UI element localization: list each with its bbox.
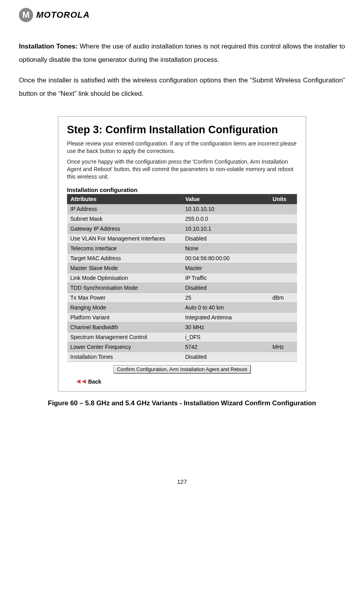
- cell-value: Disabled: [182, 234, 269, 244]
- cell-attr: Gateway IP Address: [67, 224, 182, 234]
- cell-value: None: [182, 244, 269, 253]
- cell-units: [269, 273, 297, 283]
- back-link[interactable]: ◄◄ Back: [67, 375, 297, 386]
- cell-value: Disabled: [182, 283, 269, 293]
- paragraph-installation-tones: Installation Tones: Where the use of aud…: [19, 40, 345, 67]
- header-attributes: Attributes: [67, 194, 182, 204]
- section-heading: Installation configuration: [67, 186, 297, 193]
- table-row: Use VLAN For Management InterfacesDisabl…: [67, 234, 297, 244]
- step-title: Step 3: Confirm Installation Configurati…: [67, 124, 297, 136]
- cell-units: dBm: [269, 293, 297, 303]
- cell-attr: Ranging Mode: [67, 303, 182, 313]
- cell-attr: Installation Tones: [67, 352, 182, 362]
- cell-value: Master: [182, 263, 269, 273]
- cell-units: MHz: [269, 342, 297, 352]
- table-row: Ranging ModeAuto 0 to 40 km: [67, 303, 297, 313]
- cell-units: [269, 283, 297, 293]
- table-header-row: Attributes Value Units: [67, 194, 297, 204]
- cell-value: 30 MHz: [182, 322, 269, 332]
- brand-name: MOTOROLA: [36, 10, 90, 20]
- cell-value: 10.10.10.1: [182, 224, 269, 234]
- cell-units: [269, 214, 297, 224]
- cell-units: [269, 313, 297, 322]
- intro-text-2: Once you're happy with the configuration…: [67, 158, 297, 181]
- cell-units: [269, 204, 297, 214]
- cell-attr: TDD Synchronisation Mode: [67, 283, 182, 293]
- cell-value: IP Traffic: [182, 273, 269, 283]
- cell-units: [269, 332, 297, 342]
- cell-value: 00:04:56:80:00:00: [182, 253, 269, 263]
- cell-units: [269, 224, 297, 234]
- confirm-button[interactable]: Confirm Configuration, Arm Installation …: [113, 365, 251, 373]
- cell-value: 5742: [182, 342, 269, 352]
- cell-attr: Master Slave Mode: [67, 263, 182, 273]
- figure-caption: Figure 60 – 5.8 GHz and 5.4 GHz Variants…: [19, 399, 345, 407]
- cell-value: 10.10.10.10: [182, 204, 269, 214]
- cell-value: i_DFS: [182, 332, 269, 342]
- cell-value: 255.0.0.0: [182, 214, 269, 224]
- cell-units: [269, 263, 297, 273]
- label-installation-tones: Installation Tones:: [19, 43, 78, 50]
- cell-units: [269, 352, 297, 362]
- button-row: Confirm Configuration, Arm Installation …: [67, 362, 297, 375]
- logo-mark: M: [22, 10, 30, 20]
- table-row: Lower Center Frequency5742MHz: [67, 342, 297, 352]
- brand-logo: M MOTOROLA: [19, 8, 345, 22]
- table-row: Gateway IP Address10.10.10.1: [67, 224, 297, 234]
- table-row: Target MAC Address00:04:56:80:00:00: [67, 253, 297, 263]
- header-units: Units: [269, 194, 297, 204]
- cell-units: [269, 244, 297, 253]
- paragraph-submit: Once the installer is satisfied with the…: [19, 74, 345, 101]
- table-row: Tx Max Power25dBm: [67, 293, 297, 303]
- cell-attr: Lower Center Frequency: [67, 342, 182, 352]
- table-row: Installation TonesDisabled: [67, 352, 297, 362]
- screenshot-frame: Step 3: Confirm Installation Configurati…: [58, 116, 306, 391]
- back-arrow-icon: ◄◄: [75, 377, 86, 386]
- config-table: Attributes Value Units IP Address10.10.1…: [67, 194, 297, 362]
- cell-value: Disabled: [182, 352, 269, 362]
- table-row: Platform VariantIntegrated Antenna: [67, 313, 297, 322]
- table-row: Spectrum Management Controli_DFS: [67, 332, 297, 342]
- table-row: IP Address10.10.10.10: [67, 204, 297, 214]
- table-row: Link Mode OptimisationIP Traffic: [67, 273, 297, 283]
- cell-value: Integrated Antenna: [182, 313, 269, 322]
- table-row: Channel Bandwidth30 MHz: [67, 322, 297, 332]
- intro-text-1: Please review your entered configuration…: [67, 140, 297, 155]
- cell-attr: Telecoms Interface: [67, 244, 182, 253]
- page-number: 127: [19, 478, 345, 485]
- table-row: Telecoms InterfaceNone: [67, 244, 297, 253]
- cell-attr: Link Mode Optimisation: [67, 273, 182, 283]
- cell-attr: Target MAC Address: [67, 253, 182, 263]
- cell-attr: Subnet Mask: [67, 214, 182, 224]
- cell-value: Auto 0 to 40 km: [182, 303, 269, 313]
- cell-units: [269, 303, 297, 313]
- table-row: Master Slave ModeMaster: [67, 263, 297, 273]
- cell-attr: Tx Max Power: [67, 293, 182, 303]
- table-row: Subnet Mask255.0.0.0: [67, 214, 297, 224]
- motorola-logo-icon: M: [19, 8, 33, 22]
- cell-attr: Platform Variant: [67, 313, 182, 322]
- cell-units: [269, 322, 297, 332]
- header-value: Value: [182, 194, 269, 204]
- cell-attr: Spectrum Management Control: [67, 332, 182, 342]
- cell-units: [269, 253, 297, 263]
- cell-value: 25: [182, 293, 269, 303]
- cell-attr: Channel Bandwidth: [67, 322, 182, 332]
- cell-attr: IP Address: [67, 204, 182, 214]
- cell-units: [269, 234, 297, 244]
- back-label: Back: [88, 378, 101, 385]
- cell-attr: Use VLAN For Management Interfaces: [67, 234, 182, 244]
- table-row: TDD Synchronisation ModeDisabled: [67, 283, 297, 293]
